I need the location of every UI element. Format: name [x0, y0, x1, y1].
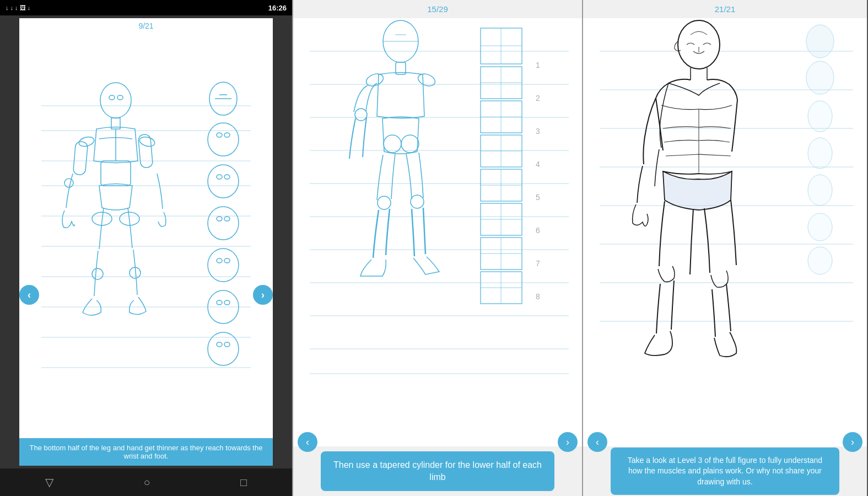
svg-text:7: 7 [536, 259, 540, 268]
svg-text:3: 3 [536, 127, 540, 136]
panel-content-middle: 15/29 1 2 3 4 5 6 [293, 0, 582, 446]
panel-content-right: 21/21 [583, 0, 867, 446]
android-recent-btn[interactable]: □ [240, 476, 247, 489]
page-counter-middle: 15/29 [293, 0, 582, 18]
caption-text-left: The bottom half of the leg and hand get … [28, 444, 265, 460]
nav-prev-middle[interactable]: ‹ [298, 432, 317, 452]
svg-text:4: 4 [536, 160, 540, 169]
svg-text:8: 8 [536, 292, 540, 301]
svg-point-112 [808, 175, 832, 206]
status-bar: ↓ ↓ ↓ 🖼 ↓ 16:26 [0, 0, 292, 15]
panels-container: ↓ ↓ ↓ 🖼 ↓ 16:26 9/21 [0, 0, 868, 496]
panel-left: ↓ ↓ ↓ 🖼 ↓ 16:26 9/21 [0, 0, 292, 496]
svg-point-113 [808, 213, 832, 241]
tablet-body: 9/21 [0, 15, 292, 468]
svg-point-19 [138, 136, 155, 148]
svg-text:2: 2 [536, 94, 540, 103]
drawing-svg-middle: 1 2 3 4 5 6 7 8 [293, 18, 584, 393]
svg-point-108 [806, 25, 834, 58]
svg-point-27 [208, 123, 239, 156]
svg-point-31 [217, 175, 222, 179]
svg-point-74 [378, 196, 391, 209]
status-left-icons: ↓ ↓ ↓ 🖼 ↓ [6, 4, 30, 11]
svg-point-73 [401, 135, 419, 153]
status-time: 16:26 [268, 4, 287, 12]
svg-point-33 [208, 207, 239, 240]
svg-point-110 [808, 101, 832, 132]
caption-middle: Then use a tapered cylinder for the lowe… [321, 451, 554, 492]
svg-point-17 [64, 179, 73, 187]
nav-next-right[interactable]: › [843, 432, 862, 452]
svg-point-32 [224, 175, 230, 179]
svg-point-34 [217, 217, 222, 221]
drawing-area-left [19, 33, 273, 438]
svg-point-35 [224, 217, 230, 221]
svg-point-37 [217, 258, 222, 263]
svg-point-29 [224, 133, 230, 137]
svg-point-44 [224, 342, 230, 347]
svg-point-109 [806, 61, 834, 94]
panel-bottom-right: ‹ Take a look at Level 3 of the full fig… [583, 446, 867, 496]
android-back-btn[interactable]: ▽ [45, 476, 53, 489]
svg-point-12 [117, 95, 123, 100]
panel-middle: 15/29 1 2 3 4 5 6 [292, 0, 583, 496]
drawing-svg-right [583, 18, 867, 393]
svg-point-114 [808, 247, 832, 274]
svg-point-115 [678, 20, 720, 69]
android-home-btn[interactable]: ○ [143, 476, 150, 489]
tablet-screen: 9/21 [19, 18, 273, 466]
page-counter-right: 21/21 [583, 0, 867, 18]
nav-prev-right[interactable]: ‹ [587, 432, 607, 452]
svg-point-75 [411, 195, 424, 208]
panel-bottom-middle: ‹ Then use a tapered cylinder for the lo… [293, 446, 582, 496]
svg-point-40 [217, 300, 222, 305]
svg-point-30 [208, 165, 239, 198]
svg-rect-45 [101, 161, 131, 186]
caption-bar-left: The bottom half of the leg and hand get … [19, 438, 273, 466]
page-counter-left: 9/21 [19, 18, 273, 33]
android-nav: ▽ ○ □ [0, 468, 292, 496]
svg-point-111 [808, 138, 832, 169]
svg-point-41 [224, 300, 230, 305]
nav-next-left[interactable]: › [253, 285, 273, 305]
svg-rect-76 [481, 28, 522, 64]
svg-point-21 [92, 268, 103, 279]
svg-point-72 [384, 135, 401, 153]
svg-point-10 [100, 83, 131, 118]
svg-point-43 [217, 342, 222, 347]
svg-point-38 [224, 258, 230, 263]
svg-text:6: 6 [536, 226, 540, 235]
svg-point-71 [355, 109, 367, 121]
nav-prev-left[interactable]: ‹ [19, 285, 39, 305]
svg-text:5: 5 [536, 193, 540, 202]
svg-text:1: 1 [536, 61, 540, 69]
caption-right: Take a look at Level 3 of the full figur… [611, 448, 839, 495]
svg-point-28 [217, 133, 222, 137]
panel-right: 21/21 [583, 0, 867, 496]
svg-point-11 [109, 95, 115, 100]
nav-next-middle[interactable]: › [558, 432, 578, 452]
